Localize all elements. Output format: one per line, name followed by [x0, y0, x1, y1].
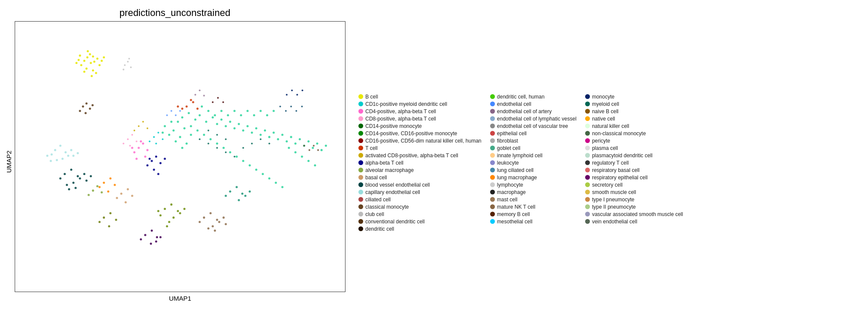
- legend-dot: [585, 219, 590, 224]
- legend-dot: [358, 175, 363, 180]
- legend-item: leukocyte: [490, 160, 577, 166]
- svg-point-85: [174, 140, 177, 142]
- legend-dot: [358, 197, 363, 202]
- legend-dot: [490, 102, 495, 106]
- svg-point-78: [177, 121, 179, 123]
- svg-point-112: [242, 147, 244, 149]
- svg-point-206: [151, 229, 153, 232]
- legend-label: endothelial cell of lymphatic vessel: [497, 116, 577, 122]
- legend-section: B cellCD1c-positive myeloid dendritic ce…: [345, 85, 868, 236]
- svg-point-92: [233, 110, 235, 112]
- legend-item: endothelial cell of vascular tree: [490, 123, 577, 129]
- legend-label: blood vessel endothelial cell: [365, 182, 430, 188]
- svg-point-40: [229, 121, 231, 123]
- legend-dot: [358, 160, 363, 165]
- legend-label: myeloid cell: [592, 101, 619, 107]
- svg-point-134: [131, 146, 133, 149]
- svg-point-242: [313, 145, 314, 146]
- svg-point-150: [177, 105, 179, 108]
- svg-point-7: [96, 57, 98, 60]
- legend-dot: [358, 204, 363, 209]
- svg-point-193: [46, 154, 48, 156]
- svg-point-5: [86, 67, 88, 70]
- svg-point-88: [207, 110, 209, 112]
- legend-item: dendritic cell: [358, 226, 482, 232]
- svg-point-38: [220, 118, 222, 121]
- svg-point-233: [146, 127, 148, 129]
- svg-point-203: [116, 197, 118, 199]
- legend-label: CD16-positive, CD56-dim natural killer c…: [365, 138, 482, 144]
- svg-point-74: [262, 173, 264, 175]
- legend-dot: [585, 190, 590, 194]
- legend-dot: [490, 168, 495, 172]
- legend-label: respiratory epithelial cell: [592, 175, 648, 181]
- svg-point-31: [181, 116, 184, 118]
- svg-point-247: [88, 194, 90, 196]
- svg-point-196: [109, 177, 111, 179]
- legend-item: lymphocyte: [490, 182, 577, 188]
- svg-point-121: [159, 162, 162, 164]
- svg-point-34: [199, 114, 201, 116]
- svg-point-136: [131, 134, 133, 136]
- svg-point-215: [98, 221, 101, 223]
- svg-point-232: [142, 121, 144, 122]
- legend-dot: [490, 219, 495, 224]
- svg-point-45: [251, 131, 253, 133]
- svg-point-64: [196, 129, 199, 131]
- svg-point-213: [109, 212, 111, 214]
- svg-point-120: [155, 155, 157, 157]
- svg-point-20: [124, 64, 126, 66]
- svg-point-148: [190, 99, 192, 101]
- svg-point-164: [199, 221, 201, 223]
- svg-point-68: [222, 146, 225, 149]
- legend-dot: [585, 168, 590, 172]
- svg-point-10: [89, 53, 91, 55]
- svg-point-237: [290, 105, 292, 107]
- legend-dot: [490, 212, 495, 216]
- svg-point-6: [93, 60, 95, 63]
- svg-point-207: [156, 236, 158, 238]
- svg-point-186: [51, 153, 53, 155]
- svg-point-36: [212, 116, 214, 118]
- svg-point-204: [124, 201, 127, 203]
- legend-item: conventional dendritic cell: [358, 219, 482, 225]
- plot-section: predictions_unconstrained UMAP2: [4, 7, 345, 318]
- svg-point-158: [168, 221, 170, 223]
- legend-item: CD8-positive, alpha-beta T cell: [358, 116, 482, 122]
- legend-columns: B cellCD1c-positive myeloid dendritic ce…: [358, 94, 683, 232]
- svg-point-250: [296, 94, 298, 95]
- legend-item: B cell: [358, 94, 482, 100]
- legend-dot: [358, 153, 363, 158]
- legend-label: regulatory T cell: [592, 160, 629, 166]
- main-container: predictions_unconstrained UMAP2: [0, 0, 868, 321]
- legend-label: naive B cell: [592, 108, 618, 114]
- legend-item: T cell: [358, 145, 482, 151]
- svg-point-67: [216, 142, 218, 144]
- legend-item: CD16-positive, CD56-dim natural killer c…: [358, 138, 482, 144]
- svg-point-131: [144, 155, 146, 157]
- legend-label: epithelial cell: [497, 130, 527, 137]
- svg-point-113: [251, 143, 253, 144]
- svg-point-239: [301, 105, 303, 107]
- legend-dot: [585, 153, 590, 158]
- legend-label: monocyte: [592, 94, 615, 100]
- svg-point-210: [155, 240, 157, 242]
- svg-point-140: [153, 136, 155, 138]
- svg-point-49: [268, 136, 270, 138]
- legend-label: CD14-positive monocyte: [365, 123, 422, 129]
- legend-dot: [585, 94, 590, 99]
- legend-label: ciliated cell: [365, 197, 391, 203]
- legend-label: mature NK T cell: [497, 204, 535, 210]
- legend-item: plasmacytoid dendritic cell: [585, 153, 683, 159]
- umap-svg: [15, 22, 345, 292]
- svg-point-230: [203, 95, 205, 96]
- svg-point-195: [103, 181, 105, 184]
- svg-point-146: [192, 101, 194, 103]
- legend-item: mesothelial cell: [490, 219, 577, 225]
- legend-label: non-classical monocyte: [592, 130, 646, 137]
- legend-item: alveolar macrophage: [358, 167, 482, 173]
- legend-item: mast cell: [490, 197, 577, 203]
- legend-dot: [358, 138, 363, 143]
- svg-point-198: [98, 186, 101, 188]
- legend-label: capillary endothelial cell: [365, 189, 420, 195]
